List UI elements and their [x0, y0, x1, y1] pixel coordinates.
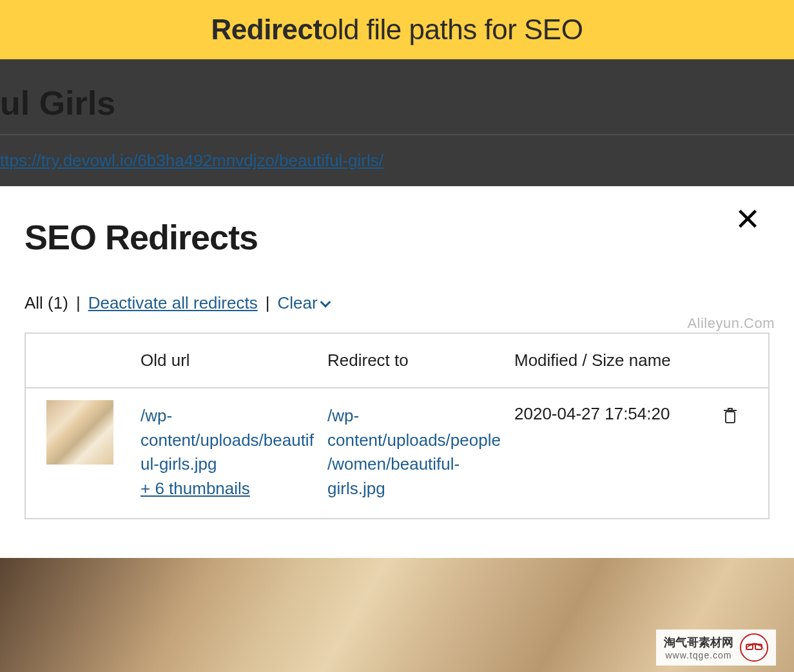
- old-url-text: /wp-content/uploads/beautiful-girls.jpg: [140, 406, 314, 474]
- old-url-cell: /wp-content/uploads/beautiful-girls.jpg …: [134, 389, 321, 518]
- trash-icon[interactable]: [722, 407, 738, 429]
- close-icon[interactable]: ✕: [735, 204, 760, 235]
- divider: |: [266, 293, 270, 313]
- page-title: ul Girls: [0, 77, 794, 135]
- header-actions: [708, 334, 753, 387]
- clear-dropdown[interactable]: Clear: [277, 293, 329, 313]
- table-header: Old url Redirect to Modified / Size name: [26, 334, 768, 389]
- banner: Redirect old file paths for SEO: [0, 0, 794, 59]
- banner-bold: Redirect: [211, 14, 322, 46]
- svg-rect-0: [726, 412, 735, 423]
- header-thumb: [26, 334, 134, 387]
- thumbnail-cell: [26, 389, 134, 518]
- redirect-to-cell: /wp-content/uploads/people/women/beautif…: [321, 389, 508, 518]
- seo-redirects-modal: ✕ SEO Redirects All (1) | Deactivate all…: [0, 186, 794, 558]
- header-modified: Modified / Size name: [508, 334, 708, 387]
- permalink[interactable]: ttps://try.devowl.io/6b3ha492mnvdjzo/bea…: [0, 135, 794, 186]
- watermark-face-icon: [740, 633, 768, 662]
- watermark-text: 淘气哥素材网 www.tqge.com: [664, 635, 733, 660]
- deactivate-all-link[interactable]: Deactivate all redirects: [88, 293, 258, 313]
- header-redirect-to: Redirect to: [321, 334, 508, 387]
- watermark-cn: 淘气哥素材网: [664, 635, 733, 650]
- header-old-url: Old url: [134, 334, 321, 387]
- watermark-url: www.tqge.com: [664, 650, 733, 660]
- thumbnail-image[interactable]: [46, 400, 113, 465]
- hero-image: 淘气哥素材网 www.tqge.com: [0, 558, 794, 672]
- chevron-down-icon: [320, 296, 331, 307]
- watermark-box: 淘气哥素材网 www.tqge.com: [656, 629, 776, 666]
- clear-label: Clear: [277, 293, 317, 313]
- all-count-label: All (1): [24, 293, 68, 313]
- banner-rest: old file paths for SEO: [322, 14, 583, 46]
- table-row: /wp-content/uploads/beautiful-girls.jpg …: [26, 389, 768, 518]
- divider: |: [76, 293, 81, 313]
- dimmed-background: ul Girls ttps://try.devowl.io/6b3ha492mn…: [0, 59, 794, 186]
- old-url-link[interactable]: /wp-content/uploads/beautiful-girls.jpg …: [140, 404, 315, 501]
- redirects-table: Old url Redirect to Modified / Size name…: [24, 332, 770, 519]
- watermark-side: Alileyun.Com: [687, 315, 775, 332]
- modified-cell: 2020-04-27 17:54:20: [508, 389, 708, 518]
- modal-title: SEO Redirects: [24, 217, 770, 257]
- redirect-to-link[interactable]: /wp-content/uploads/people/women/beautif…: [327, 404, 501, 501]
- actions-cell: [708, 389, 753, 518]
- thumbnails-count-link[interactable]: + 6 thumbnails: [140, 477, 250, 501]
- controls-row: All (1) | Deactivate all redirects | Cle…: [24, 293, 770, 313]
